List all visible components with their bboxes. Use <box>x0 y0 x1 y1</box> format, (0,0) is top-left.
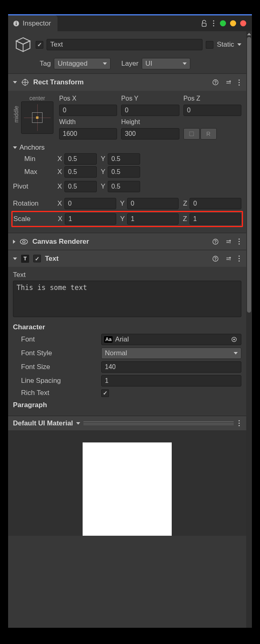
height-input[interactable] <box>121 128 179 140</box>
material-drag-handle-icon <box>83 421 234 425</box>
anchor-max-x-input[interactable] <box>64 166 97 178</box>
posy-input[interactable] <box>121 105 179 116</box>
chevron-down-icon <box>76 422 80 425</box>
help-icon[interactable]: ? <box>211 254 220 263</box>
foldout-icon <box>13 258 17 260</box>
rect-transform-header[interactable]: Rect Transform ? <box>8 74 246 91</box>
anchor-preset-button[interactable] <box>21 101 53 134</box>
tag-dropdown[interactable]: Untagged <box>54 58 111 69</box>
richtext-label: Rich Text <box>13 389 98 397</box>
height-label: Height <box>121 118 179 126</box>
svg-text:?: ? <box>214 240 217 244</box>
inspector-content: Static Tag Untagged Layer UI <box>8 31 252 628</box>
scrollbar[interactable] <box>246 31 252 628</box>
anchors-foldout[interactable]: Anchors <box>13 144 241 152</box>
kebab-icon[interactable] <box>237 420 241 426</box>
tab-bar: Inspector <box>8 15 252 31</box>
svg-text:?: ? <box>214 257 217 261</box>
gameobject-name-input[interactable] <box>47 39 202 50</box>
y-label: Y <box>119 200 125 208</box>
linespacing-label: Line Spacing <box>13 377 98 385</box>
fontstyle-label: Font Style <box>13 349 98 357</box>
tag-value: Untagged <box>58 60 87 68</box>
canvas-renderer-header[interactable]: Canvas Renderer ? <box>8 233 246 250</box>
svg-point-17 <box>233 339 235 340</box>
kebab-icon[interactable] <box>237 255 241 262</box>
text-component-title: Text <box>45 255 207 263</box>
anchor-max-y-input[interactable] <box>108 166 140 178</box>
help-icon[interactable]: ? <box>211 237 220 246</box>
z-label: Z <box>181 200 187 208</box>
info-icon <box>13 20 19 27</box>
y-label: Y <box>99 168 105 176</box>
x-label: X <box>56 168 62 176</box>
posz-input[interactable] <box>183 105 241 116</box>
rotation-y-input[interactable] <box>127 198 179 209</box>
kebab-icon[interactable] <box>237 79 241 86</box>
anchor-min-y-input[interactable] <box>108 153 140 165</box>
lock-icon[interactable] <box>201 20 207 27</box>
scroll-thumb[interactable] <box>247 37 251 313</box>
width-input[interactable] <box>59 128 117 140</box>
scroll-up-icon[interactable] <box>246 31 252 37</box>
foldout-icon <box>13 81 17 84</box>
gameobject-header: Static Tag Untagged Layer UI <box>8 31 246 74</box>
pivot-y-input[interactable] <box>108 181 140 192</box>
active-checkbox[interactable] <box>36 41 43 49</box>
material-bar[interactable]: Default UI Material <box>8 416 246 430</box>
svg-marker-5 <box>16 41 23 52</box>
text-textarea[interactable]: This is some text <box>13 281 241 317</box>
canvas-renderer-title: Canvas Renderer <box>32 238 207 246</box>
scale-z-input[interactable] <box>190 213 241 225</box>
object-picker-icon[interactable] <box>230 335 239 344</box>
posx-input[interactable] <box>59 105 117 116</box>
pivot-x-input[interactable] <box>64 181 97 192</box>
kebab-icon[interactable] <box>211 20 216 26</box>
layer-label: Layer <box>121 60 139 68</box>
anchor-min-x-input[interactable] <box>64 153 97 165</box>
font-field[interactable]: Aa Arial <box>101 334 241 345</box>
rect-transform-icon <box>21 78 29 86</box>
fontstyle-value: Normal <box>105 349 127 357</box>
rotation-x-input[interactable] <box>64 198 116 209</box>
raw-edit-button[interactable]: R <box>200 128 217 140</box>
scale-y-input[interactable] <box>127 213 179 225</box>
x-label: X <box>56 215 62 223</box>
text-enabled-checkbox[interactable] <box>33 255 41 262</box>
material-label: Default UI Material <box>13 419 73 427</box>
svg-marker-6 <box>23 41 30 52</box>
anchor-top-label: center <box>21 95 53 101</box>
layer-value: UI <box>145 60 152 68</box>
kebab-icon[interactable] <box>237 238 241 245</box>
foldout-icon <box>13 240 15 244</box>
anchors-label: Anchors <box>19 144 45 152</box>
help-icon[interactable]: ? <box>211 78 220 87</box>
static-checkbox[interactable] <box>206 41 213 49</box>
tag-label: Tag <box>40 60 51 68</box>
fontstyle-dropdown[interactable]: Normal <box>101 348 241 359</box>
svg-rect-3 <box>202 23 206 26</box>
pivot-label: Pivot <box>13 182 53 191</box>
preset-icon[interactable] <box>224 254 233 263</box>
preset-icon[interactable] <box>224 237 233 246</box>
scale-x-input[interactable] <box>65 213 116 225</box>
blueprint-mode-button[interactable] <box>183 128 200 140</box>
static-dropdown-icon[interactable] <box>237 43 241 46</box>
layer-dropdown[interactable]: UI <box>142 58 190 69</box>
posx-label: Pos X <box>59 95 117 102</box>
font-value: Arial <box>115 335 129 343</box>
svg-point-11 <box>23 240 25 243</box>
anchor-side-label: middle <box>13 106 19 122</box>
rotation-z-input[interactable] <box>190 198 241 209</box>
tab-inspector[interactable]: Inspector <box>8 15 58 31</box>
richtext-checkbox[interactable] <box>101 389 109 397</box>
fontsize-input[interactable] <box>101 361 241 373</box>
text-component-header[interactable]: T Text ? <box>8 250 246 267</box>
rect-transform-title: Rect Transform <box>33 78 207 86</box>
linespacing-input[interactable] <box>101 375 241 386</box>
traffic-green[interactable] <box>220 20 226 26</box>
y-label: Y <box>99 155 105 163</box>
preset-icon[interactable] <box>224 78 233 87</box>
traffic-red[interactable] <box>240 20 246 26</box>
traffic-yellow[interactable] <box>230 20 236 26</box>
